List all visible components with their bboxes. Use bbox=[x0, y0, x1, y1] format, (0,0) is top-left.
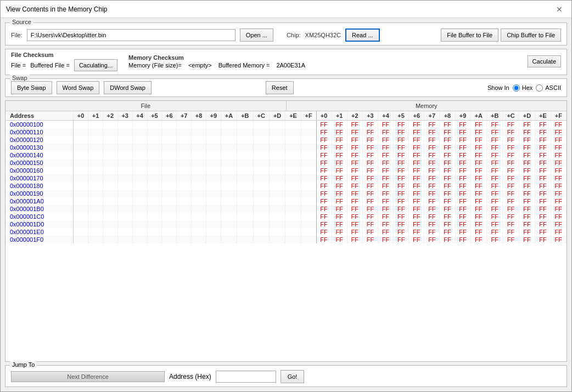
col-mem-4: +4 bbox=[378, 111, 393, 121]
file-cell bbox=[269, 190, 285, 197]
file-cell bbox=[117, 144, 132, 151]
file-cell bbox=[192, 128, 206, 136]
memory-header: Memory bbox=[287, 101, 567, 111]
swap-label: Swap bbox=[10, 75, 30, 81]
file-cell bbox=[147, 167, 162, 174]
address-input[interactable] bbox=[216, 371, 276, 383]
memory-cell: FF bbox=[394, 174, 409, 182]
file-cell bbox=[269, 228, 285, 236]
calculating-button[interactable]: Caculating... bbox=[74, 59, 117, 71]
file-cell bbox=[253, 213, 269, 220]
file-cell bbox=[221, 213, 237, 220]
open-button[interactable]: Open ... bbox=[240, 29, 273, 42]
memory-cell: FF bbox=[378, 213, 393, 220]
file-cell bbox=[103, 197, 117, 205]
memory-cell: FF bbox=[362, 228, 378, 236]
memory-cell: FF bbox=[551, 121, 566, 129]
memory-cell: FF bbox=[470, 220, 486, 228]
file-cell bbox=[285, 236, 301, 243]
memory-cell: FF bbox=[316, 128, 332, 136]
memory-cell: FF bbox=[409, 228, 424, 236]
file-cell bbox=[285, 213, 301, 220]
memory-cell: FF bbox=[535, 144, 551, 151]
dword-swap-button[interactable]: DWord Swap bbox=[104, 81, 152, 94]
memory-cell: FF bbox=[332, 205, 347, 213]
file-eq-label: File = bbox=[11, 62, 26, 69]
memory-cell: FF bbox=[470, 190, 486, 197]
file-cell bbox=[74, 197, 88, 205]
file-cell bbox=[301, 213, 316, 220]
file-cell bbox=[162, 121, 177, 129]
file-cell bbox=[88, 228, 103, 236]
memory-cell: FF bbox=[409, 190, 424, 197]
file-cell bbox=[132, 151, 147, 159]
file-path-input[interactable] bbox=[27, 29, 235, 41]
file-cell bbox=[132, 190, 147, 197]
file-cell bbox=[285, 167, 301, 174]
file-cell bbox=[147, 236, 162, 243]
memory-cell: FF bbox=[409, 220, 424, 228]
memory-cell: FF bbox=[362, 151, 378, 159]
memory-cell: FF bbox=[424, 182, 440, 190]
file-cell bbox=[285, 228, 301, 236]
memory-cell: FF bbox=[316, 167, 332, 174]
file-cell bbox=[221, 197, 237, 205]
file-cell bbox=[206, 213, 221, 220]
file-cell bbox=[117, 236, 132, 243]
file-cell bbox=[253, 182, 269, 190]
memory-cell: FF bbox=[362, 197, 378, 205]
col-file-b: +B bbox=[237, 111, 253, 121]
go-button[interactable]: Go! bbox=[281, 370, 305, 383]
memory-cell: FF bbox=[519, 159, 535, 167]
chip-buffer-button[interactable]: Chip Buffer to File bbox=[501, 29, 561, 42]
memory-cell: FF bbox=[362, 159, 378, 167]
col-file-7: +7 bbox=[177, 111, 192, 121]
close-button[interactable]: ✕ bbox=[553, 4, 566, 15]
memory-cell: FF bbox=[487, 144, 503, 151]
file-cell bbox=[285, 190, 301, 197]
memory-cell: FF bbox=[424, 159, 440, 167]
memory-cell: FF bbox=[470, 182, 486, 190]
table-wrapper[interactable]: Address +0 +1 +2 +3 +4 +5 +6 +7 +8 +9 +A bbox=[5, 111, 567, 361]
memory-cell: FF bbox=[470, 197, 486, 205]
ascii-radio[interactable] bbox=[536, 84, 543, 92]
file-cell bbox=[132, 174, 147, 182]
byte-swap-button[interactable]: Byte Swap bbox=[11, 81, 52, 94]
col-file-d: +D bbox=[269, 111, 285, 121]
word-swap-button[interactable]: Word Swap bbox=[57, 81, 100, 94]
file-cell bbox=[162, 228, 177, 236]
data-table: Address +0 +1 +2 +3 +4 +5 +6 +7 +8 +9 +A bbox=[5, 111, 567, 243]
memory-cell: FF bbox=[347, 174, 362, 182]
address-cell: 0x00000130 bbox=[5, 144, 74, 151]
reset-button[interactable]: Reset bbox=[266, 81, 294, 94]
file-cell bbox=[88, 136, 103, 144]
memory-cell: FF bbox=[440, 182, 455, 190]
file-cell bbox=[117, 151, 132, 159]
col-mem-7: +7 bbox=[424, 111, 440, 121]
file-cell bbox=[237, 174, 253, 182]
memory-cell: FF bbox=[551, 128, 566, 136]
read-button[interactable]: Read ... bbox=[345, 29, 380, 42]
address-cell: 0x00000150 bbox=[5, 159, 74, 167]
memory-cell: FF bbox=[470, 205, 486, 213]
file-cell bbox=[221, 128, 237, 136]
col-mem-f: +F bbox=[551, 111, 566, 121]
file-cell bbox=[117, 136, 132, 144]
file-cell bbox=[117, 197, 132, 205]
col-mem-d: +D bbox=[519, 111, 535, 121]
file-cell bbox=[177, 159, 192, 167]
next-difference-button[interactable]: Next Difference bbox=[11, 371, 165, 382]
file-buffer-button[interactable]: File Buffer to File bbox=[441, 29, 498, 42]
memory-cell: FF bbox=[455, 151, 470, 159]
memory-cell: FF bbox=[487, 128, 503, 136]
caculate-button[interactable]: Caculate bbox=[528, 55, 561, 67]
file-cell bbox=[147, 174, 162, 182]
file-cell bbox=[88, 128, 103, 136]
checksum-section: File Checksum File = Buffered File = Cac… bbox=[5, 49, 567, 75]
file-cell bbox=[74, 128, 88, 136]
memory-cell: FF bbox=[487, 174, 503, 182]
hex-radio[interactable] bbox=[513, 84, 520, 92]
memory-cell: FF bbox=[440, 128, 455, 136]
file-cell bbox=[103, 220, 117, 228]
memory-cell: FF bbox=[424, 121, 440, 129]
